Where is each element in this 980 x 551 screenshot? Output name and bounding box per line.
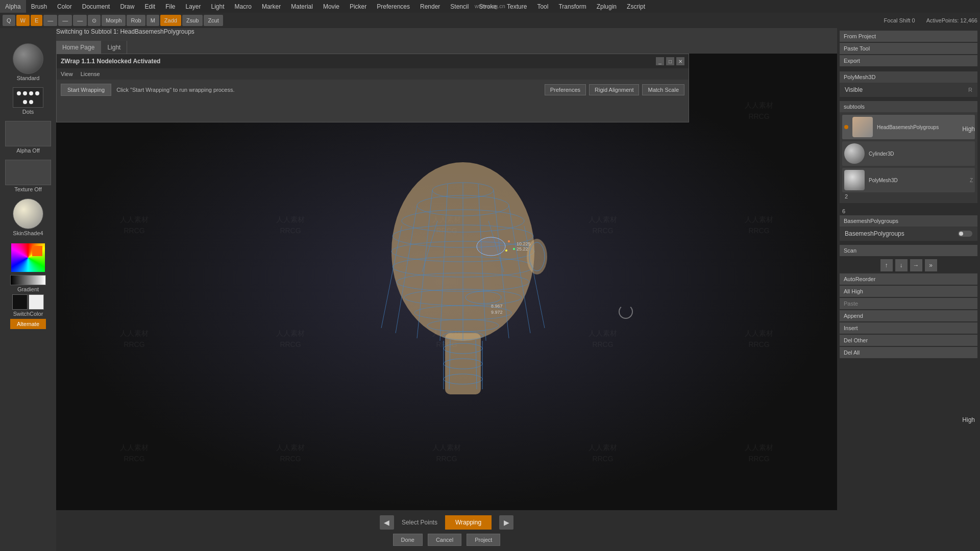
menu-color[interactable]: Color: [52, 0, 77, 13]
auto-reorder-btn[interactable]: AutoReorder: [840, 273, 977, 285]
arrow-far-right-btn[interactable]: »: [925, 259, 937, 271]
nav-prev-btn[interactable]: ◀: [380, 515, 394, 530]
menu-preferences[interactable]: Preferences: [372, 0, 415, 13]
sidebar-texture-off[interactable]: Texture Off: [5, 160, 51, 192]
menu-edit[interactable]: Edit: [139, 0, 160, 13]
cancel-btn[interactable]: Cancel: [428, 534, 461, 546]
head-basemesh-label: HeadBasemeshPolygroups: [877, 124, 939, 130]
nav-next-btn[interactable]: ▶: [499, 515, 513, 530]
menu-material[interactable]: Material: [286, 0, 318, 13]
subtool-num-row: 2: [842, 192, 975, 201]
toolbar-btn-5[interactable]: —: [58, 15, 72, 26]
toolbar-btn-rob[interactable]: Rob: [127, 15, 145, 26]
subtool-cylinder-item[interactable]: Cylinder3D: [842, 141, 975, 166]
del-other-btn[interactable]: Del Other: [840, 335, 977, 346]
polymesh3d-label: PolyMesh3D: [844, 74, 875, 80]
sidebar-standard[interactable]: Standard: [5, 43, 51, 81]
zwrap-restore-btn[interactable]: □: [666, 57, 674, 65]
high-label: High: [962, 126, 975, 133]
sidebar-color-swatch[interactable]: [5, 242, 51, 273]
zwrap-minimize-btn[interactable]: _: [656, 57, 664, 65]
polymesh3d-header[interactable]: PolyMesh3D: [840, 71, 977, 83]
del-all-btn[interactable]: Del All: [840, 347, 977, 358]
paste-btn[interactable]: Paste: [840, 298, 977, 309]
sidebar-switch-color[interactable]: SwitchColor: [5, 294, 51, 317]
menu-tool[interactable]: Tool: [532, 0, 553, 13]
all-high-btn[interactable]: All High: [840, 286, 977, 297]
menu-stencil[interactable]: Stencil: [445, 0, 474, 13]
toolbar-btn-7[interactable]: ⊙: [88, 15, 101, 26]
menu-render[interactable]: Render: [415, 0, 445, 13]
toolbar-btn-m[interactable]: M: [146, 15, 159, 26]
sidebar-gradient[interactable]: Gradient: [5, 275, 51, 292]
alternate-button[interactable]: Alternate: [10, 319, 46, 329]
export-btn[interactable]: Export: [840, 55, 977, 66]
menu-zplugin[interactable]: Zplugin: [592, 0, 622, 13]
basemesh-polygroups-header[interactable]: BasemeshPolygroups: [840, 215, 977, 227]
paste-tool-btn[interactable]: Paste Tool: [840, 43, 977, 54]
scan-btn[interactable]: Scan: [840, 245, 977, 256]
zwrap-right-buttons: Preferences Rigid Alignment Match Scale: [545, 84, 684, 95]
switch-color-label: SwitchColor: [13, 311, 43, 317]
done-btn[interactable]: Done: [393, 534, 423, 546]
toolbar-btn-6[interactable]: —: [73, 15, 87, 26]
subtool-head-item[interactable]: HeadBasemeshPolygroups: [842, 115, 975, 139]
zwrap-menu-license[interactable]: License: [81, 71, 100, 77]
polymesh3d-item-label: PolyMesh3D: [869, 178, 898, 183]
toolbar-btn-zcut[interactable]: Zcut: [204, 15, 223, 26]
texture-off-label: Texture Off: [14, 186, 42, 192]
sidebar-alternate[interactable]: Alternate: [5, 319, 51, 329]
toolbar-btn-4[interactable]: —: [43, 15, 57, 26]
menu-layer[interactable]: Layer: [181, 0, 206, 13]
alpha-preview: [5, 121, 51, 146]
menu-movie[interactable]: Movie: [318, 0, 345, 13]
sidebar-skin-shade[interactable]: SkinShade4: [5, 198, 51, 236]
tab-home-page[interactable]: Home Page: [56, 41, 101, 54]
cylinder-preview: [844, 143, 865, 164]
start-wrapping-button[interactable]: Start Wrapping: [61, 84, 111, 96]
toolbar-btn-zadd[interactable]: Zadd: [160, 15, 181, 26]
menu-macro[interactable]: Macro: [230, 0, 257, 13]
subtool-poly-item[interactable]: PolyMesh3D Z: [842, 168, 975, 192]
menu-transform[interactable]: Transform: [553, 0, 591, 13]
zwrap-menu-view[interactable]: View: [61, 71, 73, 77]
menu-picker[interactable]: Picker: [345, 0, 372, 13]
menu-draw[interactable]: Draw: [115, 0, 139, 13]
arrow-up-btn[interactable]: ↑: [880, 259, 893, 271]
subtools-header[interactable]: subtools: [840, 101, 977, 112]
zwrap-match-scale-btn[interactable]: Match Scale: [642, 84, 684, 95]
menu-document[interactable]: Document: [77, 0, 115, 13]
tab-light[interactable]: Light: [101, 41, 127, 54]
white-swatch[interactable]: [29, 294, 44, 310]
color-swatch-preview[interactable]: [10, 242, 46, 273]
toolbar-btn-3[interactable]: E: [31, 15, 42, 26]
zwrap-rigid-alignment-btn[interactable]: Rigid Alignment: [589, 84, 639, 95]
sidebar-alpha-off[interactable]: Alpha Off: [5, 121, 51, 154]
active-num-row: 6: [840, 207, 977, 215]
menu-texture[interactable]: Texture: [502, 0, 532, 13]
append-btn[interactable]: Append: [840, 310, 977, 321]
arrow-right-btn[interactable]: →: [910, 259, 922, 271]
wrapping-btn[interactable]: Wrapping: [445, 515, 492, 530]
zwrap-close-btn[interactable]: ✕: [676, 57, 684, 65]
menu-zscript[interactable]: Zscript: [622, 0, 650, 13]
black-swatch[interactable]: [12, 294, 28, 310]
menu-light[interactable]: Light: [206, 0, 230, 13]
active-num-val: 6: [842, 208, 845, 214]
toolbar-btn-zsub[interactable]: Zsub: [182, 15, 203, 26]
zwrap-preferences-btn[interactable]: Preferences: [545, 84, 586, 95]
sidebar-dots[interactable]: Dots: [5, 87, 51, 115]
arrow-down-btn[interactable]: ↓: [895, 259, 908, 271]
project-btn[interactable]: Project: [467, 534, 500, 546]
toggle-1[interactable]: [958, 231, 972, 237]
menu-alpha[interactable]: Alpha: [0, 0, 26, 13]
menu-brush[interactable]: Brush: [26, 0, 52, 13]
toolbar-btn-2[interactable]: W: [16, 15, 30, 26]
menu-marker[interactable]: Marker: [257, 0, 286, 13]
from-project-btn[interactable]: From Project: [840, 31, 977, 42]
toolbar-btn-morph[interactable]: Morph: [102, 15, 126, 26]
insert-btn[interactable]: Insert: [840, 322, 977, 334]
toolbar-btn-1[interactable]: Q: [3, 15, 15, 26]
svg-point-26: [477, 237, 505, 256]
menu-file[interactable]: File: [160, 0, 180, 13]
